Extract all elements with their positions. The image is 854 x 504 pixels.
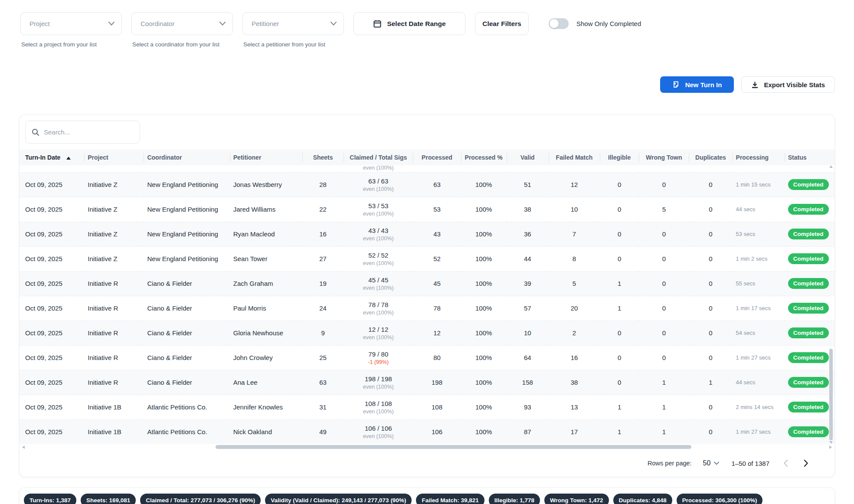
column-header-failed-match[interactable]: Failed Match (549, 150, 600, 165)
cell-sheets: 31 (302, 395, 344, 419)
column-header-processing[interactable]: Processing (733, 150, 785, 165)
column-header-duplicates[interactable]: Duplicates (689, 150, 732, 165)
table-row[interactable]: Oct 09, 2025 Initiative Z New England Pe… (20, 222, 834, 246)
claimed-value: 43 / 43 (368, 227, 388, 234)
table-row[interactable]: Oct 09, 2025 Initiative R Ciano & Fielde… (20, 321, 834, 345)
vertical-scrollbar[interactable] (829, 166, 833, 443)
column-header-sheets[interactable]: Sheets (302, 150, 344, 165)
cell-turn-in-date: Oct 09, 2025 (20, 419, 84, 444)
cell-status: Completed (785, 370, 834, 395)
search-icon (32, 128, 39, 136)
cell-processing-time: 1 min 27 secs (733, 345, 785, 370)
claimed-note: even (100%) (363, 409, 394, 415)
cell-sheets: 25 (302, 345, 344, 370)
new-turn-in-label: New Turn In (685, 81, 722, 88)
project-filter-group: Project Select a project from your list (20, 12, 122, 48)
cell-wrong-town: 1 (639, 395, 689, 419)
cell-valid: 44 (507, 246, 549, 271)
horizontal-scrollbar-thumb[interactable] (216, 445, 691, 449)
table-row[interactable]: Oct 09, 2025 Initiative Z New England Pe… (20, 172, 834, 197)
cell-duplicates: 0 (689, 419, 732, 444)
table-row[interactable]: Oct 09, 2025 Initiative Z New England Pe… (20, 246, 834, 271)
scroll-down-arrow-icon[interactable] (829, 441, 833, 444)
claimed-note: -1 (99%) (368, 359, 389, 365)
cell-status: Completed (785, 222, 834, 246)
table-row-partial[interactable]: even (100%) (20, 165, 834, 172)
table-row[interactable]: Oct 09, 2025 Initiative R Ciano & Fielde… (20, 370, 834, 395)
column-header-processed-pct[interactable]: Processed % (461, 150, 507, 165)
status-badge: Completed (788, 278, 829, 289)
cell-claimed-total: 43 / 43 even (100%) (344, 222, 413, 246)
column-header-illegible[interactable]: Illegible (600, 150, 639, 165)
stat-pill: Validity (Valid / Claimed): 249,143 / 27… (265, 494, 412, 504)
export-visible-stats-button[interactable]: Export Visible Stats (741, 76, 835, 93)
cell-wrong-town: 0 (639, 345, 689, 370)
cell-status: Completed (785, 246, 834, 271)
status-badge: Completed (788, 179, 829, 190)
scroll-left-arrow-icon[interactable] (22, 445, 25, 449)
vertical-scrollbar-thumb[interactable] (829, 349, 833, 440)
turn-ins-table-card: Turn-In Date Project Coordinator Petitio… (19, 115, 835, 477)
cell-duplicates: 0 (689, 246, 732, 271)
cell-processing-time: 53 secs (733, 222, 785, 246)
table-row[interactable]: Oct 09, 2025 Initiative R Ciano & Fielde… (20, 296, 834, 321)
cell-processed: 78 (413, 296, 461, 321)
table-row[interactable]: Oct 09, 2025 Initiative Z New England Pe… (20, 197, 834, 222)
rows-per-page-select[interactable]: 50 (703, 459, 720, 467)
cell-processed-pct: 100% (461, 345, 507, 370)
cell-processed: 45 (413, 271, 461, 296)
cell-processing-time: 44 secs (733, 370, 785, 395)
column-header-status[interactable]: Status (785, 150, 834, 165)
project-select-placeholder: Project (29, 20, 50, 27)
cell-status: Completed (785, 271, 834, 296)
cell-turn-in-date: Oct 09, 2025 (20, 370, 84, 395)
column-header-claimed-total-sigs[interactable]: Claimed / Total Sigs (344, 150, 413, 165)
status-badge: Completed (788, 253, 829, 264)
cell-illegible: 1 (600, 296, 639, 321)
coordinator-select[interactable]: Coordinator (131, 12, 233, 35)
cell-petitioner: Paul Morris (230, 296, 302, 321)
cell-illegible: 0 (600, 321, 639, 345)
cell-project: Initiative R (84, 370, 144, 395)
cell-wrong-town: 0 (639, 271, 689, 296)
petitioner-select[interactable]: Petitioner (242, 12, 344, 35)
claimed-value: 106 / 106 (365, 425, 392, 432)
table-body: even (100%) Oct 09, 2025 Initiative Z Ne… (20, 165, 834, 444)
scroll-right-arrow-icon[interactable] (829, 445, 832, 449)
table-row[interactable]: Oct 09, 2025 Initiative 1B Atlantic Peti… (20, 395, 834, 419)
cell-processed: 63 (413, 172, 461, 197)
status-badge: Completed (788, 204, 829, 215)
column-header-processed[interactable]: Processed (413, 150, 461, 165)
claimed-value: 198 / 198 (365, 375, 392, 383)
toggle-knob (550, 19, 559, 28)
cell-failed-match: 16 (549, 345, 600, 370)
cell-illegible: 1 (600, 419, 639, 444)
next-page-button[interactable] (802, 458, 810, 469)
project-select[interactable]: Project (20, 12, 122, 35)
table-row[interactable]: Oct 09, 2025 Initiative R Ciano & Fielde… (20, 345, 834, 370)
cell-processing-time: 1 min 17 secs (733, 296, 785, 321)
petitioner-filter-group: Petitioner Select a petitioner from your… (242, 12, 344, 48)
horizontal-scrollbar[interactable] (20, 444, 834, 450)
clear-filters-button[interactable]: Clear Filters (475, 12, 529, 35)
select-date-range-button[interactable]: Select Date Range (353, 12, 465, 35)
column-header-turn-in-date[interactable]: Turn-In Date (20, 150, 84, 165)
column-header-coordinator[interactable]: Coordinator (144, 150, 229, 165)
cell-processed: 52 (413, 246, 461, 271)
cell-illegible: 0 (600, 246, 639, 271)
table-row[interactable]: Oct 09, 2025 Initiative 1B Atlantic Peti… (20, 419, 834, 444)
previous-page-button[interactable] (782, 458, 790, 469)
search-input[interactable] (44, 128, 134, 136)
cell-claimed-total: 52 / 52 even (100%) (344, 246, 413, 271)
column-header-valid[interactable]: Valid (507, 150, 549, 165)
cell-sheets: 24 (302, 296, 344, 321)
column-header-project[interactable]: Project (84, 150, 144, 165)
table-row[interactable]: Oct 09, 2025 Initiative R Ciano & Fielde… (20, 271, 834, 296)
cell-claimed-total: 106 / 106 even (100%) (344, 419, 413, 444)
show-only-completed-toggle[interactable] (549, 18, 569, 29)
new-turn-in-button[interactable]: New Turn In (660, 76, 734, 93)
claimed-value: 45 / 45 (368, 276, 388, 284)
column-header-wrong-town[interactable]: Wrong Town (639, 150, 689, 165)
scroll-up-arrow-icon[interactable] (829, 165, 833, 168)
column-header-petitioner[interactable]: Petitioner (230, 150, 302, 165)
